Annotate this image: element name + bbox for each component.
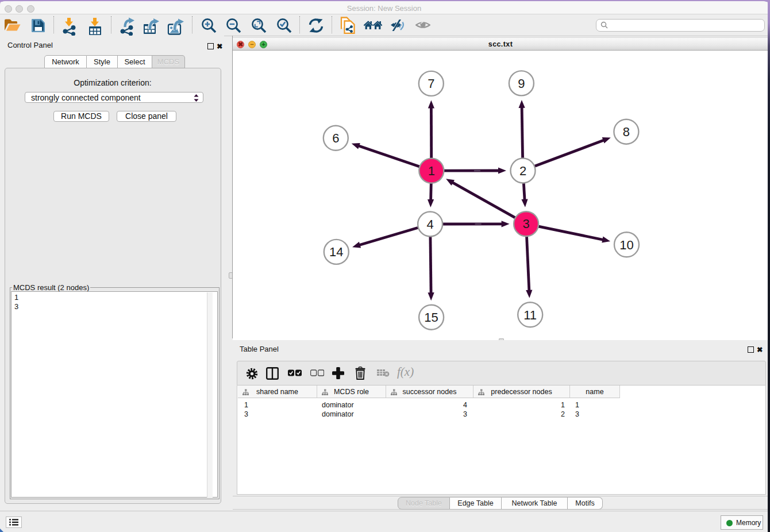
svg-text:11: 11 <box>523 308 537 322</box>
svg-text:4: 4 <box>426 217 433 232</box>
svg-text:14: 14 <box>329 245 343 259</box>
svg-text:9: 9 <box>518 76 525 91</box>
svg-text:3: 3 <box>522 217 529 231</box>
svg-text:8: 8 <box>623 125 630 139</box>
svg-text:6: 6 <box>332 131 339 145</box>
svg-text:10: 10 <box>619 238 633 252</box>
svg-text:7: 7 <box>428 76 434 91</box>
svg-text:1: 1 <box>428 164 435 178</box>
svg-text:2: 2 <box>519 164 526 178</box>
svg-text:15: 15 <box>424 310 438 325</box>
